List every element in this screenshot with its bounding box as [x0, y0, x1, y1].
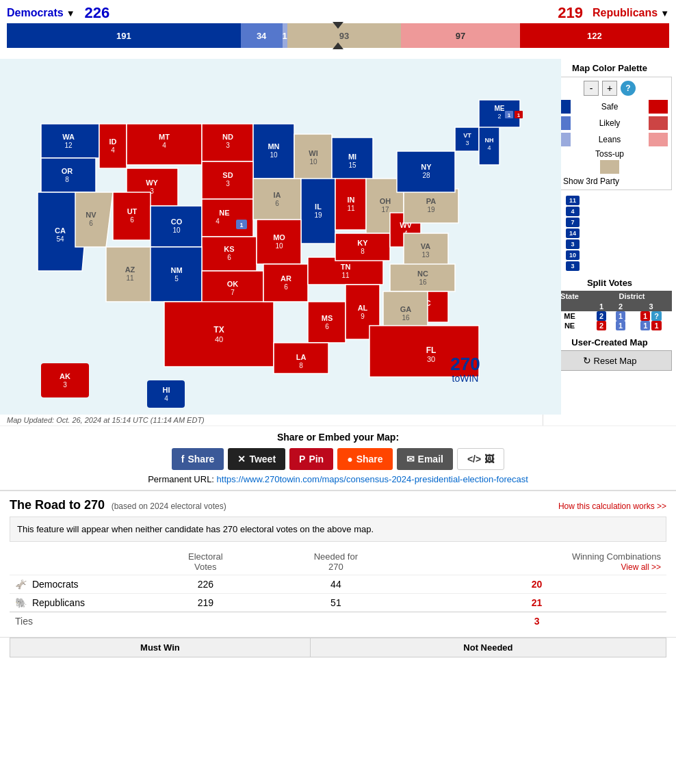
svg-text:OK: OK: [227, 280, 239, 288]
svg-marker-43: [202, 199, 253, 237]
svg-text:MS: MS: [322, 314, 333, 322]
palette-plus-btn[interactable]: +: [602, 81, 617, 96]
safe-rep-swatch: [649, 100, 668, 114]
must-win-table: Must Win Not Needed: [10, 638, 666, 657]
embed-icon: </>: [467, 454, 481, 465]
svg-text:3: 3: [226, 142, 230, 149]
svg-text:2: 2: [497, 113, 501, 120]
svg-text:12: 12: [64, 142, 73, 149]
pinterest-icon: P: [299, 454, 305, 465]
bar-leans-dem: 1: [283, 23, 287, 48]
svg-text:6: 6: [284, 283, 288, 291]
svg-text:ND: ND: [222, 133, 233, 141]
svg-text:4: 4: [216, 218, 220, 225]
embed-share-btn[interactable]: </> 🖼: [457, 448, 504, 470]
facebook-share-btn[interactable]: f Share: [172, 448, 224, 470]
svg-text:AK: AK: [60, 372, 70, 380]
view-all-link[interactable]: View all >>: [621, 562, 661, 572]
svg-text:OH: OH: [380, 197, 391, 205]
split-votes-section: Split Votes State District 1 2 3: [547, 278, 672, 330]
svg-marker-1: [41, 124, 99, 158]
bar-safe-rep: 122: [520, 23, 669, 48]
road-calc-link[interactable]: How this calculation works >>: [558, 501, 666, 511]
svg-marker-51: [253, 179, 301, 220]
svg-marker-69: [151, 247, 202, 302]
likely-rep-swatch: [649, 116, 668, 130]
svg-rect-138: [147, 380, 185, 408]
reset-map-button[interactable]: ↻ Reset Map: [547, 350, 672, 371]
svg-text:SD: SD: [222, 171, 233, 179]
bar-leans-rep: 97: [401, 23, 520, 48]
svg-text:10: 10: [270, 151, 278, 159]
palette-minus-btn[interactable]: -: [584, 81, 599, 96]
svg-text:19: 19: [314, 211, 322, 219]
road-subtitle: (based on 2024 electoral votes): [112, 501, 226, 511]
not-needed-header: Not Needed: [310, 638, 666, 657]
rep-party-icon: 🐘: [15, 597, 27, 608]
svg-text:AL: AL: [358, 304, 368, 312]
email-share-btn[interactable]: ✉ Email: [397, 448, 453, 470]
svg-text:AZ: AZ: [125, 265, 135, 274]
rep-party-name: Republicans: [32, 597, 85, 608]
svg-text:11: 11: [341, 272, 350, 279]
likely-label: Likely: [571, 118, 649, 128]
share-title: Share or Embed your Map:: [7, 432, 669, 443]
map-area[interactable]: WA 12 OR 8 CA 54 ID 4 MT 4 ND 3 MN: [0, 59, 543, 426]
democrats-row: 🫏 Democrats 226 44 20: [10, 575, 666, 594]
twitter-share-btn[interactable]: ✕ Tweet: [228, 448, 285, 470]
svg-text:NV: NV: [86, 211, 96, 219]
svg-text:1: 1: [517, 112, 521, 118]
svg-marker-90: [404, 233, 448, 267]
reddit-icon: ●: [347, 454, 352, 465]
svg-text:19: 19: [427, 206, 435, 213]
svg-text:OR: OR: [62, 167, 73, 175]
rep-dropdown[interactable]: ▼: [660, 8, 669, 18]
svg-text:10: 10: [172, 226, 181, 234]
svg-marker-102: [308, 302, 346, 343]
svg-text:WY: WY: [146, 179, 158, 187]
road-info-box: This feature will appear when neither ca…: [10, 517, 666, 542]
svg-text:6: 6: [275, 200, 279, 207]
svg-text:11: 11: [347, 205, 355, 212]
svg-text:30: 30: [427, 355, 435, 363]
svg-text:4: 4: [162, 142, 166, 149]
svg-text:MN: MN: [268, 142, 279, 151]
road-title: The Road to 270: [10, 498, 105, 512]
pinterest-share-btn[interactable]: P Pin: [289, 448, 333, 470]
svg-text:1: 1: [508, 112, 511, 118]
svg-text:FL: FL: [426, 345, 437, 355]
sidebar: Map Color Palette - + ? Safe Likely: [543, 59, 676, 426]
svg-text:3: 3: [465, 140, 469, 146]
svg-text:IL: IL: [315, 202, 322, 211]
dem-party-icon: 🫏: [15, 579, 27, 590]
svg-text:13: 13: [421, 251, 430, 259]
bar-safe-dem: 191: [7, 23, 241, 48]
svg-marker-93: [390, 264, 455, 291]
svg-text:4: 4: [487, 144, 491, 151]
svg-text:AR: AR: [281, 274, 291, 283]
us-electoral-map[interactable]: WA 12 OR 8 CA 54 ID 4 MT 4 ND 3 MN: [0, 59, 561, 415]
svg-text:NC: NC: [417, 270, 428, 278]
reddit-share-btn[interactable]: ● Share: [337, 448, 392, 470]
dem-dropdown[interactable]: ▼: [66, 8, 75, 18]
permanent-url-link[interactable]: https://www.270towin.com/maps/consensus-…: [217, 474, 528, 484]
bar-tossup: 93: [287, 23, 401, 48]
svg-text:17: 17: [381, 206, 389, 213]
svg-text:1: 1: [239, 222, 243, 228]
palette-help-btn[interactable]: ?: [621, 81, 636, 96]
svg-text:16: 16: [419, 278, 427, 286]
svg-text:ME: ME: [495, 105, 505, 112]
road-table: ElectoralVotes Needed for270 Winning Com…: [10, 549, 666, 630]
svg-text:NE: NE: [219, 209, 229, 217]
svg-text:GA: GA: [400, 305, 412, 313]
facebook-icon: f: [181, 454, 185, 465]
svg-text:6: 6: [89, 220, 93, 227]
svg-text:TN: TN: [341, 263, 351, 271]
svg-text:3: 3: [226, 180, 230, 187]
democrats-label: Democrats: [7, 7, 64, 19]
svg-text:4: 4: [164, 395, 168, 402]
svg-rect-135: [41, 363, 89, 397]
bar-likely-dem: 34: [241, 23, 283, 48]
svg-text:CA: CA: [55, 226, 66, 235]
leans-rep-swatch: [649, 133, 668, 146]
